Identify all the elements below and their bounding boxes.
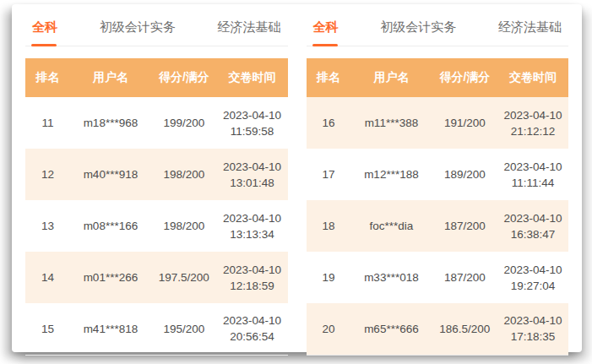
rank-cell: 12 (25, 149, 70, 200)
rank-cell: 19 (307, 252, 351, 303)
score-cell: 195/200 (151, 303, 217, 355)
page-background: 全科 初级会计实务 经济法基础 排名 用户名 得分/满分 交卷时间 11 m18… (0, 0, 592, 364)
table-row: 14 m01***266 197.5/200 2023-04-1012:18:5… (25, 252, 288, 303)
tab-bar: 全科 初级会计实务 经济法基础 (25, 14, 288, 46)
tab-all-subjects[interactable]: 全科 (30, 19, 59, 46)
tab-elementary-accounting-practice[interactable]: 初级会计实务 (378, 19, 458, 46)
username-cell: m65***666 (350, 303, 432, 355)
table-row: 16 m11***388 191/200 2023-04-1021:12:12 (307, 97, 569, 149)
submit-time-cell: 2023-04-1013:13:34 (217, 200, 288, 252)
username-cell: m41***818 (70, 303, 151, 355)
username-cell: m18***968 (70, 97, 151, 149)
score-cell: 191/200 (432, 97, 498, 149)
leaderboard-panel-left: 全科 初级会计实务 经济法基础 排名 用户名 得分/满分 交卷时间 11 m18… (25, 14, 288, 352)
ranking-table: 排名 用户名 得分/满分 交卷时间 11 m18***968 199/200 2… (25, 58, 288, 356)
column-header-rank: 排名 (25, 58, 70, 97)
table-header-row: 排名 用户名 得分/满分 交卷时间 (25, 58, 288, 97)
table-row: 19 m33***018 187/200 2023-04-1019:27:04 (307, 252, 569, 303)
tab-all-subjects[interactable]: 全科 (312, 19, 340, 46)
rank-cell: 16 (307, 97, 351, 149)
leaderboard-panel-right: 全科 初级会计实务 经济法基础 排名 用户名 得分/满分 交卷时间 16 m11… (307, 14, 569, 352)
username-cell: m33***018 (350, 252, 432, 303)
rank-cell: 18 (307, 200, 351, 252)
rank-cell: 14 (25, 252, 70, 303)
submit-time-cell: 2023-04-1021:12:12 (497, 97, 568, 149)
submit-time-cell: 2023-04-1011:59:58 (217, 97, 288, 149)
submit-time-cell: 2023-04-1020:56:54 (217, 303, 288, 355)
column-header-time: 交卷时间 (217, 58, 288, 97)
score-cell: 199/200 (151, 97, 217, 149)
ranking-table: 排名 用户名 得分/满分 交卷时间 16 m11***388 191/200 2… (307, 58, 569, 356)
table-row: 18 foc***dia 187/200 2023-04-1016:38:47 (307, 200, 569, 252)
submit-time-cell: 2023-04-1017:18:35 (497, 303, 568, 355)
username-cell: m11***388 (350, 97, 432, 149)
score-cell: 198/200 (151, 200, 217, 252)
score-cell: 186.5/200 (432, 303, 498, 355)
username-cell: m12***188 (350, 149, 432, 200)
table-row: 15 m41***818 195/200 2023-04-1020:56:54 (25, 303, 288, 355)
submit-time-cell: 2023-04-1019:27:04 (497, 252, 568, 303)
rank-cell: 13 (25, 200, 70, 252)
table-header-row: 排名 用户名 得分/满分 交卷时间 (307, 58, 569, 97)
table-row: 12 m40***918 198/200 2023-04-1013:01:48 (25, 149, 288, 200)
score-cell: 189/200 (432, 149, 498, 200)
username-cell: m40***918 (70, 149, 151, 200)
tab-bar: 全科 初级会计实务 经济法基础 (307, 14, 569, 46)
username-cell: m01***266 (70, 252, 151, 303)
column-header-score: 得分/满分 (432, 58, 498, 97)
column-header-score: 得分/满分 (151, 58, 217, 97)
column-header-user: 用户名 (350, 58, 432, 97)
submit-time-cell: 2023-04-1012:18:59 (217, 252, 288, 303)
rank-cell: 15 (25, 303, 70, 355)
score-cell: 187/200 (432, 200, 498, 252)
column-header-rank: 排名 (307, 58, 351, 97)
table-row: 17 m12***188 189/200 2023-04-1011:11:44 (307, 149, 569, 200)
username-cell: foc***dia (350, 200, 432, 252)
tab-economic-law-basics[interactable]: 经济法基础 (216, 19, 283, 46)
submit-time-cell: 2023-04-1013:01:48 (217, 149, 288, 200)
score-cell: 198/200 (151, 149, 217, 200)
score-cell: 197.5/200 (151, 252, 217, 303)
rank-cell: 17 (307, 149, 351, 200)
table-row: 11 m18***968 199/200 2023-04-1011:59:58 (25, 97, 288, 149)
leaderboard-card: 全科 初级会计实务 经济法基础 排名 用户名 得分/满分 交卷时间 11 m18… (12, 4, 582, 352)
column-header-user: 用户名 (70, 58, 151, 97)
tab-economic-law-basics[interactable]: 经济法基础 (497, 19, 563, 46)
tab-elementary-accounting-practice[interactable]: 初级会计实务 (98, 19, 177, 46)
rank-cell: 11 (25, 97, 70, 149)
column-header-time: 交卷时间 (497, 58, 568, 97)
submit-time-cell: 2023-04-1011:11:44 (497, 149, 568, 200)
rank-cell: 20 (307, 303, 351, 355)
table-row: 20 m65***666 186.5/200 2023-04-1017:18:3… (307, 303, 569, 355)
username-cell: m08***166 (70, 200, 151, 252)
submit-time-cell: 2023-04-1016:38:47 (497, 200, 568, 252)
table-row: 13 m08***166 198/200 2023-04-1013:13:34 (25, 200, 288, 252)
score-cell: 187/200 (432, 252, 498, 303)
